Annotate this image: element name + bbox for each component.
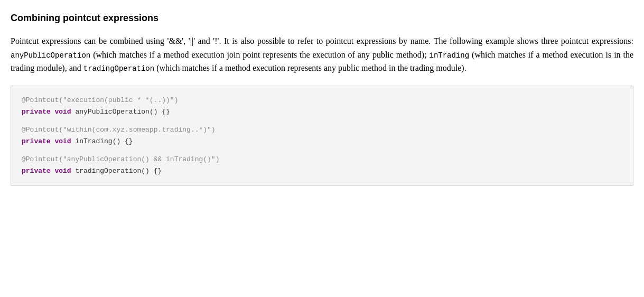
body-paragraph: Pointcut expressions can be combined usi…: [11, 34, 633, 75]
code-line-1: private void anyPublicOperation() {}: [22, 106, 622, 118]
code-section-2: @Pointcut("within(com.xyz.someapp.tradin…: [22, 124, 622, 147]
keyword-private-1: private: [22, 108, 51, 116]
code-line-3: private void tradingOperation() {}: [22, 165, 622, 177]
keyword-private-2: private: [22, 137, 51, 145]
page-content: Combining pointcut expressions Pointcut …: [11, 13, 633, 186]
desc-tradingOperation: (which matches if a method execution rep…: [156, 63, 466, 72]
code-annotation-2: @Pointcut("within(com.xyz.someapp.tradin…: [22, 124, 622, 136]
code-section-3: @Pointcut("anyPublicOperation() && inTra…: [22, 154, 622, 177]
code-line-2: private void inTrading() {}: [22, 136, 622, 147]
method-1: anyPublicOperation() {}: [75, 108, 170, 116]
code-inline-tradingOperation: tradingOperation: [83, 64, 154, 73]
intro-text: Pointcut expressions can be combined usi…: [11, 36, 633, 45]
code-inline-inTrading: inTrading: [430, 51, 470, 60]
code-inline-anyPublicOperation: anyPublicOperation: [11, 51, 90, 60]
code-section-1: @Pointcut("execution(public * *(..))") p…: [22, 95, 622, 118]
method-3: tradingOperation() {}: [75, 167, 162, 175]
code-annotation-1: @Pointcut("execution(public * *(..))"): [22, 95, 622, 106]
keyword-void-2: void: [54, 137, 71, 145]
keyword-void-1: void: [54, 108, 71, 116]
code-block: @Pointcut("execution(public * *(..))") p…: [11, 86, 633, 187]
keyword-void-3: void: [54, 167, 71, 175]
section-heading: Combining pointcut expressions: [11, 13, 633, 24]
keyword-private-3: private: [22, 167, 51, 175]
code-annotation-3: @Pointcut("anyPublicOperation() && inTra…: [22, 154, 622, 165]
desc-anyPublicOperation: (which matches if a method execution joi…: [93, 50, 429, 59]
method-2: inTrading() {}: [75, 137, 133, 145]
